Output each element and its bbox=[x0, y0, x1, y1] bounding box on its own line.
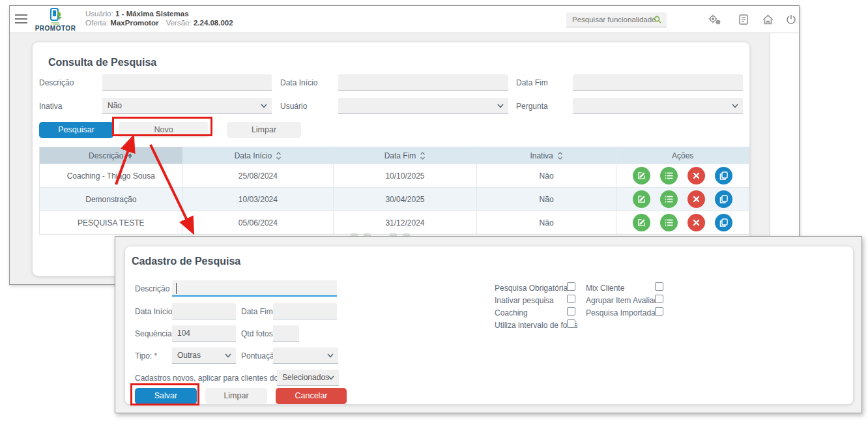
cell-inativa: Não bbox=[477, 211, 617, 234]
ck-pesquisa-obrigatoria-label: Pesquisa Obrigatória bbox=[495, 284, 568, 293]
table-row[interactable]: Coaching - Thiago Sousa 25/08/2024 10/10… bbox=[40, 164, 749, 187]
pesquisar-button[interactable]: Pesquisar bbox=[39, 122, 113, 138]
ck-inativar-pesquisa-label: Inativar pesquisa bbox=[495, 296, 554, 305]
cad-descricao-input[interactable] bbox=[172, 280, 337, 297]
edit-button[interactable] bbox=[633, 167, 650, 184]
chevron-down-icon bbox=[732, 104, 738, 108]
filter-usuario-label: Usuário bbox=[280, 102, 307, 111]
ck-inativar-pesquisa[interactable] bbox=[567, 295, 575, 303]
edit-button[interactable] bbox=[633, 214, 650, 231]
chevron-down-icon bbox=[328, 375, 334, 380]
filter-usuario-select[interactable] bbox=[338, 98, 508, 114]
cell-data-fim: 31/12/2024 bbox=[334, 211, 477, 234]
user-info-line: Usuário: 1 - Máxima Sistemas bbox=[85, 10, 233, 18]
power-icon[interactable] bbox=[786, 14, 796, 27]
cad-tipo-select[interactable]: Outras bbox=[172, 347, 236, 364]
column-header-data-fim[interactable]: Data Fim bbox=[334, 147, 477, 164]
table-header-row: Descrição Data Início Data Fim Inat bbox=[40, 147, 749, 164]
filter-data-fim-label: Data Fim bbox=[516, 78, 548, 87]
sort-both-icon bbox=[276, 152, 282, 160]
cad-pontuacao-select[interactable] bbox=[273, 347, 338, 364]
screenshot-root: max PROMOTOR Usuário: 1 - Máxima Sistema… bbox=[0, 0, 868, 427]
chevron-down-icon bbox=[497, 104, 504, 108]
column-header-acoes: Ações bbox=[616, 147, 749, 164]
chevron-down-icon bbox=[225, 353, 231, 358]
version-label: Versão: bbox=[166, 19, 192, 27]
column-header-descricao[interactable]: Descrição bbox=[40, 147, 183, 164]
cell-descricao: Coaching - Thiago Sousa bbox=[40, 164, 183, 187]
limpar-button[interactable]: Limpar bbox=[227, 122, 301, 138]
document-icon[interactable] bbox=[739, 14, 748, 27]
user-label: Usuário: bbox=[85, 10, 113, 18]
ck-pesquisa-obrigatoria[interactable] bbox=[567, 282, 575, 291]
cad-data-fim-input[interactable] bbox=[273, 303, 337, 319]
search-icon[interactable] bbox=[654, 16, 661, 23]
home-icon[interactable] bbox=[762, 14, 774, 27]
cad-cadastros-label: Cadastros novos, aplicar para clientes d… bbox=[135, 374, 293, 383]
sort-both-icon bbox=[557, 152, 563, 160]
cell-inativa: Não bbox=[477, 164, 617, 187]
filter-descricao-label: Descrição bbox=[39, 78, 74, 87]
ck-agrupar-item-label: Agrupar Item Avaliado bbox=[586, 296, 663, 305]
list-items-button[interactable] bbox=[660, 190, 678, 208]
sort-both-icon bbox=[420, 152, 426, 160]
copy-button[interactable] bbox=[715, 214, 732, 231]
chevron-down-icon bbox=[261, 104, 267, 108]
ck-utiliza-intervalo-label: Utiliza intervalo de fotos bbox=[495, 321, 577, 330]
cad-data-inicio-label: Data Início * bbox=[135, 307, 177, 316]
filter-inativa-label: Inativa bbox=[39, 102, 62, 111]
column-header-inativa[interactable]: Inativa bbox=[477, 147, 617, 164]
filter-pergunta-label: Pergunta bbox=[516, 102, 548, 111]
column-header-data-inicio[interactable]: Data Início bbox=[183, 147, 334, 164]
cad-qtd-fotos-input[interactable] bbox=[273, 325, 299, 342]
cad-sequencia-label: Sequência * bbox=[135, 329, 177, 338]
logo-promotor-text: PROMOTOR bbox=[29, 25, 81, 32]
cad-tipo-label: Tipo: * bbox=[135, 351, 157, 361]
delete-button[interactable] bbox=[687, 190, 705, 208]
edit-button[interactable] bbox=[633, 190, 650, 208]
list-items-button[interactable] bbox=[660, 167, 678, 184]
settings-gears-icon[interactable] bbox=[708, 14, 721, 27]
app-logo[interactable]: max PROMOTOR bbox=[29, 7, 81, 32]
cell-descricao: Demonstração bbox=[40, 188, 183, 211]
user-value: 1 - Máxima Sistemas bbox=[115, 10, 189, 18]
table-row[interactable]: PESQUISA TESTE 05/06/2024 31/12/2024 Não bbox=[40, 211, 749, 234]
filter-pergunta-select[interactable] bbox=[573, 98, 743, 114]
version-value: 2.24.08.002 bbox=[194, 19, 233, 27]
ck-coaching[interactable] bbox=[567, 307, 575, 316]
filter-inativa-select[interactable]: Não bbox=[102, 98, 272, 114]
search-input[interactable] bbox=[566, 12, 656, 26]
ck-mix-cliente[interactable] bbox=[655, 282, 663, 291]
cadastro-title: Cadastro de Pesquisa bbox=[132, 256, 240, 267]
ck-agrupar-item[interactable] bbox=[655, 295, 663, 303]
sort-asc-icon bbox=[127, 153, 133, 159]
ck-utiliza-intervalo[interactable] bbox=[567, 319, 575, 328]
offer-version-line: Oferta: MaxPromotor Versão: 2.24.08.002 bbox=[85, 19, 233, 27]
filter-data-fim-input[interactable] bbox=[573, 74, 743, 91]
ck-pesquisa-importada[interactable] bbox=[655, 307, 663, 316]
cell-data-inicio: 05/06/2024 bbox=[183, 211, 334, 234]
hamburger-menu-icon[interactable] bbox=[15, 14, 27, 23]
filter-descricao-input[interactable] bbox=[102, 74, 272, 91]
offer-value: MaxPromotor bbox=[110, 19, 158, 27]
consulta-title: Consulta de Pesquisa bbox=[48, 57, 156, 68]
cadastro-window: Cadastro de Pesquisa Descrição * Data In… bbox=[115, 236, 862, 413]
cad-cadastros-select[interactable]: Selecionados bbox=[277, 370, 339, 386]
list-items-button[interactable] bbox=[660, 214, 678, 231]
cell-data-fim: 10/10/2025 bbox=[334, 164, 477, 187]
delete-button[interactable] bbox=[687, 167, 705, 184]
ck-coaching-label: Coaching bbox=[495, 308, 528, 317]
cad-descricao-label: Descrição * bbox=[135, 284, 175, 293]
table-row[interactable]: Demonstração 10/03/2024 30/04/2025 Não bbox=[40, 187, 749, 211]
cad-limpar-button[interactable]: Limpar bbox=[205, 388, 267, 404]
cadastro-card: Cadastro de Pesquisa Descrição * Data In… bbox=[124, 246, 854, 405]
copy-button[interactable] bbox=[715, 167, 732, 184]
filter-data-inicio-input[interactable] bbox=[338, 74, 508, 91]
cancelar-button[interactable]: Cancelar bbox=[276, 388, 347, 404]
cad-sequencia-input[interactable]: 104 bbox=[172, 325, 236, 342]
cad-data-inicio-input[interactable] bbox=[172, 303, 236, 319]
promotor-phone-icon bbox=[47, 8, 64, 22]
delete-button[interactable] bbox=[687, 214, 705, 231]
ck-pesquisa-importada-label: Pesquisa Importada bbox=[586, 308, 656, 317]
copy-button[interactable] bbox=[715, 190, 732, 208]
